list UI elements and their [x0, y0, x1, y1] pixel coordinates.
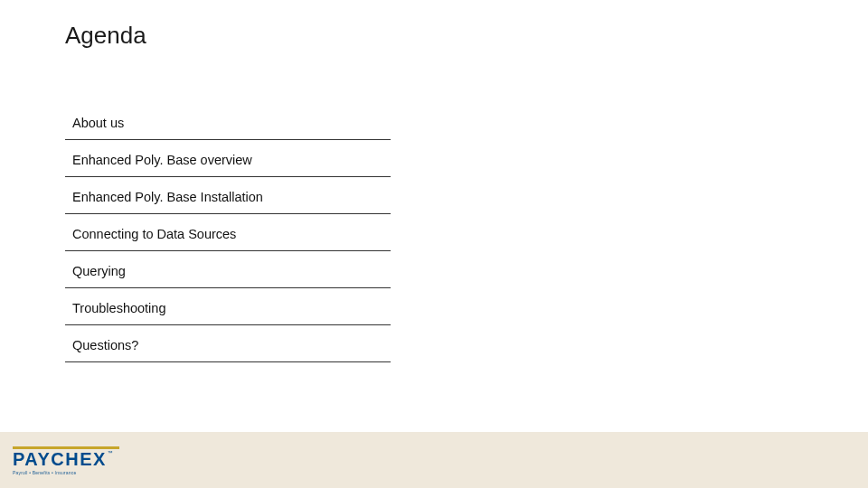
trademark-icon: ™ — [107, 450, 114, 455]
logo-text: PAYCHEX — [13, 449, 107, 469]
agenda-list: About us Enhanced Poly. Base overview En… — [65, 103, 391, 362]
logo-wordmark: PAYCHEX ™ — [13, 450, 107, 468]
agenda-item: Questions? — [65, 325, 391, 362]
footer-bar: PAYCHEX ™ Payroll • Benefits • Insurance — [0, 432, 868, 488]
agenda-item: Enhanced Poly. Base overview — [65, 140, 391, 177]
agenda-item: About us — [65, 103, 391, 140]
agenda-item: Querying — [65, 251, 391, 288]
agenda-item: Enhanced Poly. Base Installation — [65, 177, 391, 214]
paychex-logo: PAYCHEX ™ Payroll • Benefits • Insurance — [13, 446, 121, 475]
agenda-item: Troubleshooting — [65, 288, 391, 325]
agenda-item: Connecting to Data Sources — [65, 214, 391, 251]
slide: Agenda About us Enhanced Poly. Base over… — [0, 0, 868, 488]
logo-tagline: Payroll • Benefits • Insurance — [13, 470, 121, 475]
slide-title: Agenda — [65, 22, 146, 50]
